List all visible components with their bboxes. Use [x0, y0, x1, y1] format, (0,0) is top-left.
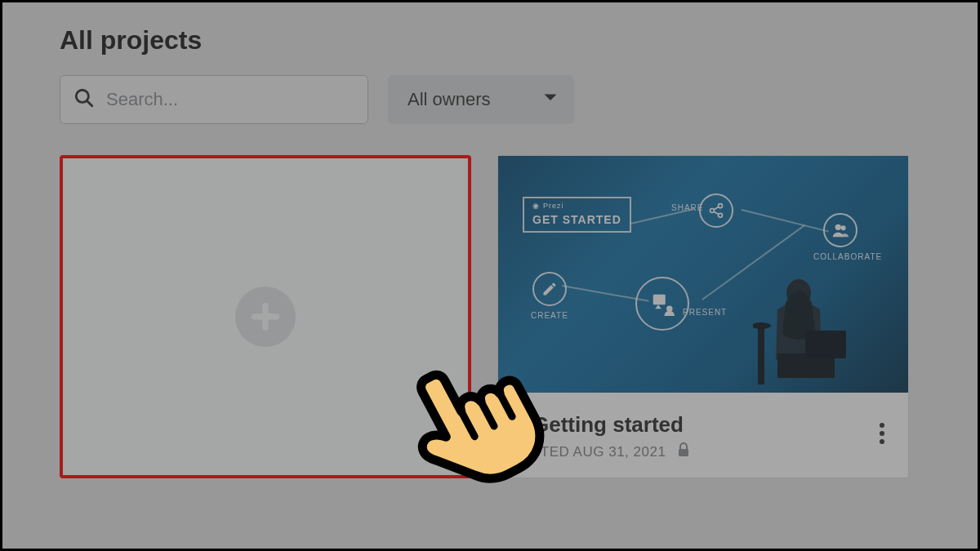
owner-filter-dropdown[interactable]: All owners: [388, 75, 574, 124]
svg-rect-14: [758, 327, 764, 384]
page-title: All projects: [60, 25, 920, 56]
svg-line-1: [87, 100, 91, 105]
svg-point-19: [880, 439, 884, 444]
owner-filter-label: All owners: [408, 89, 490, 110]
search-input[interactable]: [106, 89, 354, 110]
svg-point-3: [710, 209, 715, 213]
svg-rect-9: [653, 295, 666, 305]
new-project-card[interactable]: [60, 155, 471, 478]
svg-rect-16: [679, 449, 688, 456]
svg-point-17: [880, 423, 884, 428]
plus-icon: [235, 287, 296, 347]
svg-point-7: [835, 224, 841, 230]
project-type-badge: [516, 415, 524, 435]
project-thumbnail: ◉ Prezi GET STARTED SHARE COLLA: [498, 156, 908, 393]
lock-icon: [677, 442, 690, 461]
project-meta: Getting started EDITED AUG 31, 2021: [498, 393, 908, 478]
svg-line-6: [714, 211, 719, 214]
cards-row: ◉ Prezi GET STARTED SHARE COLLA: [60, 155, 920, 478]
project-card[interactable]: ◉ Prezi GET STARTED SHARE COLLA: [497, 155, 909, 478]
svg-point-2: [719, 204, 723, 208]
chevron-down-icon: [543, 89, 558, 110]
search-icon: [74, 87, 95, 112]
svg-point-8: [841, 225, 846, 230]
svg-point-4: [719, 213, 723, 217]
svg-rect-13: [805, 331, 846, 358]
project-more-button[interactable]: [874, 417, 890, 453]
project-edited-label: EDITED AUG 31, 2021: [516, 444, 666, 460]
controls-row: All owners: [60, 75, 920, 124]
project-title: Getting started: [532, 412, 684, 438]
svg-line-5: [714, 207, 719, 209]
svg-point-18: [880, 431, 884, 436]
svg-point-15: [753, 322, 771, 329]
search-box[interactable]: [60, 75, 368, 124]
